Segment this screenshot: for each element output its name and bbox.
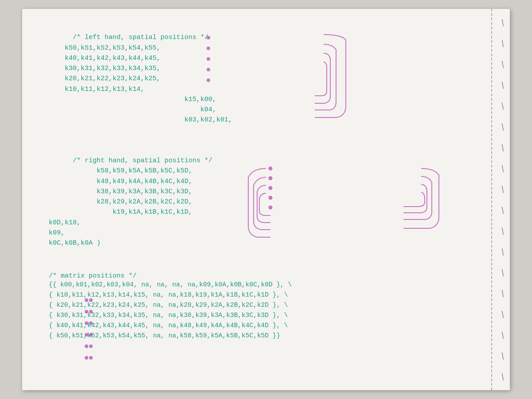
- matrix-section: /* matrix positions */ {{ k00,k01,k02,k0…: [49, 272, 474, 341]
- right-hand-comment: /* right hand, spatial positions */: [73, 157, 212, 164]
- svg-point-19: [90, 345, 92, 348]
- slash-mark: \: [500, 372, 507, 382]
- slash-mark: \: [500, 288, 507, 298]
- slash-mark: \: [500, 267, 507, 278]
- right-hand-section: /* right hand, spatial positions */ k58,…: [49, 145, 474, 259]
- dashed-line: [491, 9, 492, 390]
- left-hand-comment: /* left hand, spatial positions */: [73, 34, 208, 41]
- right-hand-row-3: k38,k39,k3A,k3B,k3C,k3D,: [49, 188, 192, 196]
- slash-mark: \: [500, 309, 507, 319]
- svg-point-18: [85, 345, 88, 348]
- right-hand-bottom-2: k09,: [49, 229, 65, 237]
- matrix-row-6: { k50,k51,k52,k53,k54,k55, na, na,k58,k5…: [49, 331, 474, 341]
- slash-mark: \: [500, 226, 507, 236]
- left-hand-row-2: k40,k41,k42,k43,k44,k45,: [49, 55, 160, 62]
- svg-point-21: [90, 356, 92, 359]
- slash-mark: \: [500, 205, 507, 215]
- right-hand-bottom-1: k0D,k18,: [49, 219, 81, 227]
- slash-mark: \: [500, 184, 507, 194]
- right-hand-row-2: k48,k49,k4A,k4B,k4C,k4D,: [49, 178, 192, 185]
- right-hand-row-1: k58,k59,k5A,k5B,k5C,k5D,: [49, 167, 192, 175]
- matrix-comment: /* matrix positions */: [49, 272, 474, 280]
- slash-marks: \ \ \ \ \ \ \ \ \ \ \ \ \ \ \ \ \ \ \ \ …: [501, 18, 505, 390]
- main-content: /* left hand, spatial positions */ k50,k…: [49, 22, 474, 341]
- slash-mark: \: [500, 351, 507, 361]
- matrix-row-1: {{ k00,k01,k02,k03,k04, na, na, na, na,k…: [49, 280, 474, 290]
- left-hand-row-4: k20,k21,k22,k23,k24,k25,: [49, 75, 160, 82]
- left-hand-continuation-1: k15,k00,: [49, 96, 216, 103]
- slash-mark: \: [500, 163, 507, 173]
- slash-mark: \: [500, 246, 507, 257]
- left-hand-section: /* left hand, spatial positions */ k50,k…: [49, 22, 474, 136]
- right-hand-row-4: k28,k29,k2A,k2B,k2C,k2D,: [49, 198, 192, 206]
- slash-mark: \: [500, 121, 507, 132]
- matrix-row-4: { k30,k31,k32,k33,k34,k35, na, na,k38,k3…: [49, 310, 474, 321]
- slash-mark: \: [500, 17, 507, 27]
- right-hand-bottom-3: k0C,k0B,k0A ): [49, 239, 101, 247]
- right-hand-row-5: k19,k1A,k1B,k1C,k1D,: [49, 208, 192, 216]
- slash-mark: \: [500, 80, 507, 90]
- page: \ \ \ \ \ \ \ \ \ \ \ \ \ \ \ \ \ \ \ \ …: [22, 9, 510, 390]
- left-hand-row-1: k50,k51,k52,k53,k54,k55,: [49, 44, 160, 52]
- matrix-row-5: { k40,k41,k42,k43,k44,k45, na, na,k48,k4…: [49, 321, 474, 331]
- matrix-row-2: { k10,k11,k12,k13,k14,k15, na, na,k18,k1…: [49, 290, 474, 300]
- left-hand-continuation-3: k03,k02,k01,: [49, 116, 232, 124]
- slash-mark: \: [500, 142, 507, 153]
- slash-mark: \: [500, 101, 507, 111]
- left-hand-row-3: k30,k31,k32,k33,k34,k35,: [49, 65, 160, 72]
- left-hand-row-5: k10,k11,k12,k13,k14,: [49, 86, 145, 93]
- slash-mark: \: [500, 59, 507, 69]
- svg-point-20: [85, 356, 88, 359]
- slash-mark: \: [500, 38, 507, 48]
- left-hand-continuation-2: k04,: [49, 106, 216, 113]
- slash-mark: \: [500, 330, 507, 340]
- matrix-row-3: { k20,k21,k22,k23,k24,k25, na, na,k28,k2…: [49, 300, 474, 310]
